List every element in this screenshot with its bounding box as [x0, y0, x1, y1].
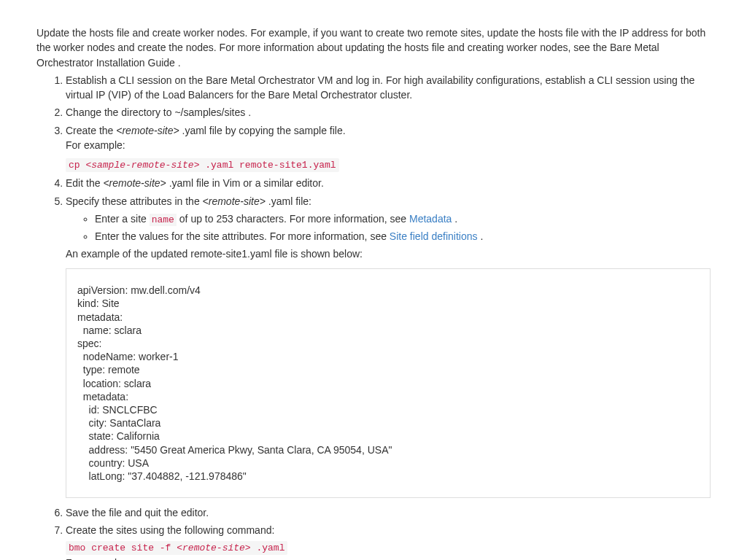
step-3-text-b: .yaml file by copying the sample file.: [179, 125, 346, 136]
s5s1-b: of up to 253 characters. For more inform…: [177, 213, 409, 225]
metadata-link[interactable]: Metadata: [409, 213, 452, 225]
step-5-sublist: Enter a site name of up to 253 character…: [66, 211, 711, 244]
s5s1-c: .: [452, 213, 457, 225]
site-field-definitions-link[interactable]: Site field definitions: [390, 230, 478, 242]
step-2-text-b: .: [245, 106, 251, 118]
step-2-text-a: Change the directory to: [66, 106, 174, 118]
step-4-text-b: .yaml file in Vim or a similar editor.: [166, 177, 324, 189]
step-4-var: <remote-site>: [103, 177, 166, 189]
step-4-text-a: Edit the: [66, 177, 103, 189]
cmd-bmo: bmo create site -f: [69, 542, 177, 553]
cmd-cp-tail: .yaml remote-site1.yaml: [199, 160, 336, 171]
step-1: Establish a CLI session on the Bare Meta…: [66, 73, 711, 103]
step-5-sub-2: Enter the values for the site attributes…: [95, 229, 711, 244]
step-2: Change the directory to ~/samples/sites …: [66, 105, 711, 120]
step-3-example-label: For example:: [66, 138, 711, 152]
s5s2-a: Enter the values for the site attributes…: [95, 230, 390, 242]
steps-list: Establish a CLI session on the Bare Meta…: [36, 73, 711, 560]
step-5-text-b: .yaml file:: [266, 195, 311, 207]
step-7-command: bmo create site -f <remote-site> .yaml: [66, 541, 287, 555]
cmd-cp-var: <sample-remote-site>: [85, 160, 199, 171]
intro-paragraph: Update the hosts file and create worker …: [36, 26, 711, 70]
s5s2-b: .: [478, 230, 484, 242]
step-7-example-label: For example:: [66, 556, 711, 561]
cmd-bmo-tail: .yaml: [251, 542, 285, 553]
step-3-text-a: Create the: [66, 125, 116, 136]
step-4: Edit the <remote-site> .yaml file in Vim…: [66, 176, 711, 190]
step-3-var: <remote-site>: [116, 125, 179, 136]
yaml-example-block: apiVersion: mw.dell.com/v4 kind: Site me…: [66, 268, 711, 498]
step-7: Create the sites using the following com…: [66, 523, 711, 560]
step-5: Specify these attributes in the <remote-…: [66, 194, 711, 499]
step-3-command: cp <sample-remote-site> .yaml remote-sit…: [66, 158, 339, 172]
cmd-bmo-var: <remote-site>: [177, 542, 250, 553]
cmd-cp: cp: [69, 160, 85, 171]
step-3: Create the <remote-site> .yaml file by c…: [66, 123, 711, 173]
step-5-text-a: Specify these attributes in the: [66, 195, 203, 207]
step-2-path: ~/samples/sites: [174, 106, 245, 118]
step-7-text: Create the sites using the following com…: [66, 524, 274, 536]
step-5-example-label: An example of the updated remote-site1.y…: [66, 246, 711, 261]
step-5-var: <remote-site>: [203, 195, 266, 207]
step-5-sub-1: Enter a site name of up to 253 character…: [95, 211, 711, 228]
s5s1-a: Enter a site: [95, 213, 150, 225]
s5s1-keyword-name: name: [150, 214, 177, 226]
step-6: Save the file and quit the editor.: [66, 505, 711, 520]
